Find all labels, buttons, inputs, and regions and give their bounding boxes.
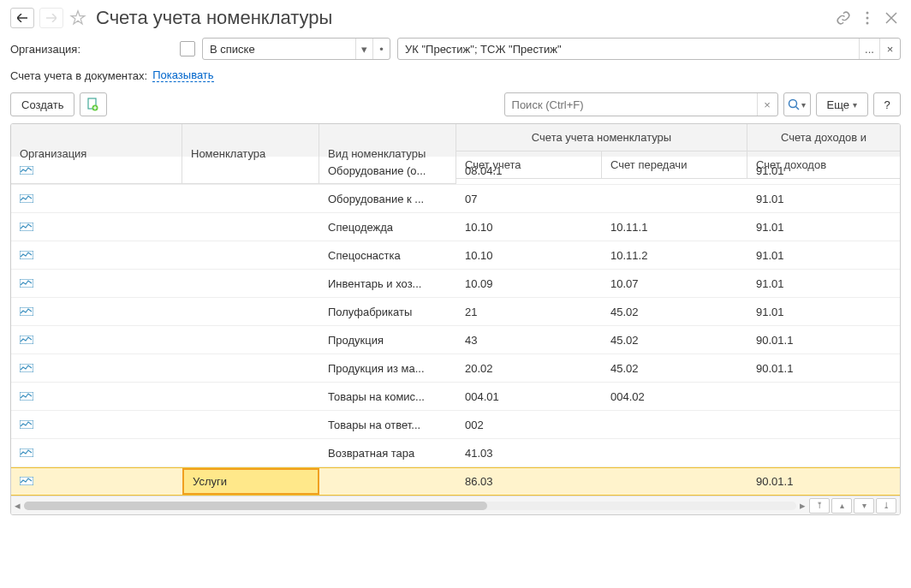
favorite-icon[interactable] <box>68 9 87 27</box>
nav-forward-button[interactable] <box>39 8 63 28</box>
copy-button[interactable] <box>80 92 107 116</box>
create-button[interactable]: Создать <box>10 92 74 116</box>
cell-vid: Полуфабрикаты <box>319 300 456 324</box>
table-row[interactable]: Продукция из ма... 20.02 45.02 90.01.1 <box>11 354 900 383</box>
docs-show-link[interactable]: Показывать <box>152 68 213 82</box>
cell-org <box>11 357 182 380</box>
cell-sp <box>602 419 747 430</box>
cell-sd <box>747 419 900 430</box>
cell-nom <box>182 306 319 317</box>
cell-nom <box>182 363 319 373</box>
cell-org <box>11 216 182 239</box>
cell-sp: 10.07 <box>602 272 747 295</box>
kebab-menu-icon[interactable] <box>858 9 877 27</box>
cell-org <box>11 413 182 437</box>
search-box[interactable]: × <box>504 92 778 116</box>
page-title: Счета учета номенклатуры <box>96 7 332 29</box>
cell-nom <box>182 165 319 175</box>
table-row[interactable]: Товары на комис... 004.01 004.02 <box>11 383 900 411</box>
cell-org <box>11 300 182 324</box>
table-row[interactable]: Оборудование (о... 08.04.1 91.01 <box>11 157 900 185</box>
cell-org <box>11 187 182 211</box>
cell-su: 07 <box>456 187 602 211</box>
cell-su: 20.02 <box>456 357 602 380</box>
table-row[interactable]: Товары на ответ... 002 <box>11 411 900 439</box>
cell-nom <box>182 278 319 288</box>
cell-sp <box>602 193 747 204</box>
org-checkbox[interactable] <box>180 41 195 56</box>
cell-vid: Продукция <box>319 329 456 352</box>
cell-vid: Товары на ответ... <box>319 413 456 437</box>
scroll-down-button[interactable]: ▾ <box>854 498 874 514</box>
cell-sp: 10.11.1 <box>602 216 747 239</box>
close-icon[interactable] <box>882 9 901 27</box>
cell-org <box>11 385 182 408</box>
table-row[interactable]: Возвратная тара 41.03 <box>11 439 900 467</box>
cell-su: 21 <box>456 300 602 324</box>
cell-nom <box>182 250 319 260</box>
clear-org-button[interactable]: × <box>879 39 900 59</box>
cell-vid: Инвентарь и хоз... <box>319 272 456 295</box>
chevron-down-icon[interactable]: ▾ <box>355 39 372 59</box>
row-icon <box>20 166 33 175</box>
list-mode-dropdown[interactable]: В списке ▾ • <box>202 38 390 60</box>
cell-su: 08.04.1 <box>456 159 602 182</box>
nav-back-button[interactable] <box>10 8 34 28</box>
cell-nom <box>182 391 319 401</box>
search-clear-button[interactable]: × <box>757 93 777 116</box>
th-group-accounts[interactable]: Счета учета номенклатуры <box>456 124 747 151</box>
cell-sd: 91.01 <box>747 300 900 324</box>
cell-su: 10.09 <box>456 272 602 295</box>
cell-nom <box>182 419 319 430</box>
table-row[interactable]: Услуги 86.03 90.01.1 <box>11 467 900 496</box>
cell-sp: 10.11.2 <box>602 244 747 267</box>
cell-vid: Спецоснастка <box>319 244 456 267</box>
cell-sp: 004.02 <box>602 385 747 408</box>
cell-nom <box>182 335 319 345</box>
search-input[interactable] <box>505 98 757 111</box>
accounts-table: Организация Номенклатура Вид номенклатур… <box>10 123 901 515</box>
row-icon <box>20 279 33 288</box>
table-row[interactable]: Продукция 43 45.02 90.01.1 <box>11 326 900 354</box>
cell-sp: 45.02 <box>602 300 747 324</box>
cell-su: 41.03 <box>456 442 602 465</box>
scroll-bottom-button[interactable]: ⤓ <box>876 498 896 514</box>
cell-nom <box>182 448 319 458</box>
cell-org <box>11 470 182 493</box>
row-icon <box>20 307 33 316</box>
svg-point-5 <box>789 100 797 108</box>
search-button[interactable]: ▾ <box>783 92 811 116</box>
help-button[interactable]: ? <box>873 92 901 116</box>
cell-nom <box>182 222 319 232</box>
scroll-up-button[interactable]: ▴ <box>831 498 852 514</box>
row-icon <box>20 336 33 344</box>
cell-sd: 91.01 <box>747 216 900 239</box>
table-row[interactable]: Полуфабрикаты 21 45.02 91.01 <box>11 298 900 326</box>
org-value-field[interactable]: УК "Престиж"; ТСЖ "Престиж" ... × <box>397 38 901 60</box>
table-row[interactable]: Спецоснастка 10.10 10.11.2 91.01 <box>11 241 900 270</box>
ellipsis-button[interactable]: ... <box>859 39 879 59</box>
cell-sp: 45.02 <box>602 329 747 352</box>
cell-sd: 91.01 <box>747 159 900 182</box>
scroll-top-button[interactable]: ⤒ <box>809 498 830 514</box>
table-row[interactable]: Оборудование к ... 07 91.01 <box>11 185 900 213</box>
cell-nom <box>182 193 319 204</box>
cell-sd <box>747 391 900 401</box>
org-value: УК "Престиж"; ТСЖ "Престиж" <box>398 43 859 56</box>
cell-vid: Возвратная тара <box>319 442 456 465</box>
row-icon <box>20 420 33 429</box>
svg-point-1 <box>866 17 869 20</box>
cell-sp <box>602 165 747 175</box>
table-row[interactable]: Спецодежда 10.10 10.11.1 91.01 <box>11 213 900 241</box>
horizontal-scrollbar[interactable]: ◂ ▸ <box>11 499 809 512</box>
cell-sd: 90.01.1 <box>747 470 900 493</box>
link-icon[interactable] <box>834 9 853 27</box>
dropdown-extra-icon[interactable]: • <box>372 39 390 59</box>
cell-vid <box>319 477 456 487</box>
table-row[interactable]: Инвентарь и хоз... 10.09 10.07 91.01 <box>11 270 900 298</box>
row-icon <box>20 251 33 259</box>
row-icon <box>20 448 33 457</box>
more-button[interactable]: Еще▾ <box>816 92 868 116</box>
th-group-income[interactable]: Счета доходов и <box>747 124 900 151</box>
cell-org <box>11 272 182 295</box>
